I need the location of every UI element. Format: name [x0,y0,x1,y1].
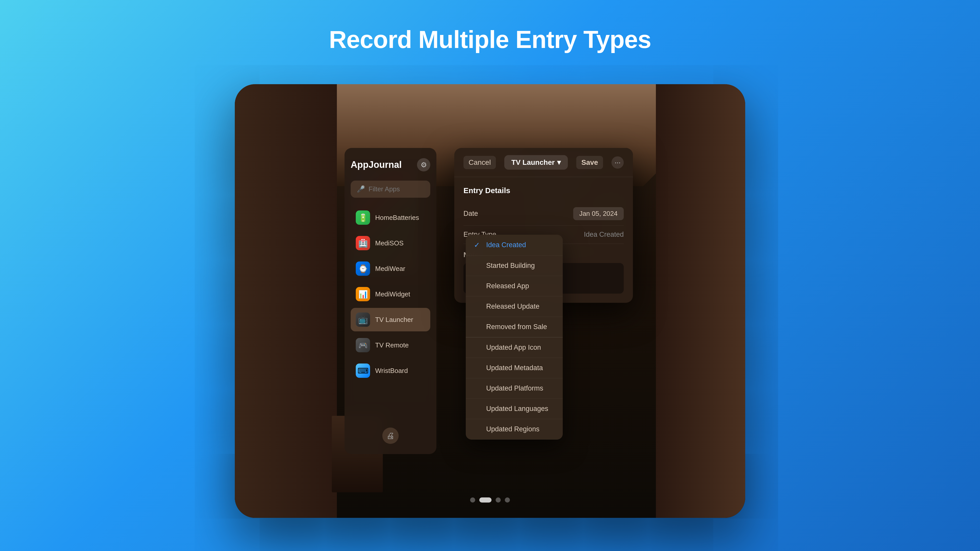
pagination-dot-3 [496,497,501,503]
dropdown-label-released-update: Released Update [486,303,539,310]
entry-type-dropdown: ✓ Idea Created Started Building Released… [466,235,563,440]
dropdown-item-updated-languages[interactable]: Updated Languages [466,399,563,419]
pagination-dot-1 [470,497,475,503]
sidebar-item-medisos[interactable]: 🏥 MediSOS [351,231,430,255]
app-icon-mediwear: ⌚ [356,262,370,276]
dropdown-item-removed-from-sale[interactable]: Removed from Sale [466,317,563,337]
pagination-dots [470,497,510,503]
pagination-dot-2 [479,497,492,503]
page-title: Record Multiple Entry Types [329,25,651,54]
gear-icon[interactable]: ⚙ [417,158,430,171]
checkmark-icon: ✓ [474,241,482,249]
dropdown-item-released-app[interactable]: Released App [466,276,563,297]
more-options-button[interactable]: ··· [611,156,624,168]
chevron-down-icon: ▾ [557,158,561,167]
dropdown-item-updated-regions[interactable]: Updated Regions [466,419,563,440]
save-button[interactable]: Save [576,156,603,169]
app-selector-button[interactable]: TV Launcher ▾ [504,155,568,170]
app-name-medisos: MediSOS [375,239,404,247]
app-selector-label: TV Launcher [511,159,555,167]
app-icon-tvremote: 🎮 [356,338,370,352]
sidebar-item-tvlauncher[interactable]: 📺 TV Launcher [351,308,430,331]
cancel-button[interactable]: Cancel [463,156,496,169]
search-bar[interactable]: 🎤 [351,181,430,198]
app-icon-tvlauncher: 📺 [356,313,370,327]
dropdown-label-idea-created: Idea Created [486,241,526,249]
microphone-icon: 🎤 [357,185,365,193]
dropdown-item-started-building[interactable]: Started Building [466,256,563,276]
app-name-wristboard: WristBoard [375,367,408,375]
dropdown-item-updated-app-icon[interactable]: Updated App Icon [466,337,563,358]
sidebar-bottom: 🖨 [382,427,399,444]
app-name-homebatteries: HomeBatteries [375,214,419,222]
app-name-mediwear: MediWear [375,265,405,273]
sidebar: AppJournal ⚙ 🎤 🔋 HomeBatteries 🏥 MediSOS… [345,148,436,454]
ellipsis-icon: ··· [614,159,620,167]
dropdown-label-updated-regions: Updated Regions [486,425,539,433]
app-name-mediwidget: MediWidget [375,290,410,298]
entry-type-value: Idea Created [584,230,624,238]
dropdown-label-updated-metadata: Updated Metadata [486,364,543,372]
sidebar-item-mediwear[interactable]: ⌚ MediWear [351,257,430,280]
date-label: Date [463,210,478,218]
dropdown-label-updated-languages: Updated Languages [486,405,548,413]
date-picker-button[interactable]: Jan 05, 2024 [573,207,624,220]
print-icon[interactable]: 🖨 [382,427,399,444]
app-icon-wristboard: ⌨ [356,364,370,378]
sidebar-title: AppJournal [351,159,402,170]
sidebar-item-homebatteries[interactable]: 🔋 HomeBatteries [351,206,430,229]
search-input[interactable] [369,185,424,193]
sidebar-header: AppJournal ⚙ [351,158,430,171]
dropdown-label-released-app: Released App [486,282,529,290]
dropdown-item-updated-platforms[interactable]: Updated Platforms [466,378,563,399]
dropdown-item-released-update[interactable]: Released Update [466,297,563,317]
app-icon-homebatteries: 🔋 [356,210,370,225]
dropdown-label-started-building: Started Building [486,262,535,270]
dropdown-item-idea-created[interactable]: ✓ Idea Created [466,235,563,256]
app-name-tvlauncher: TV Launcher [375,316,413,324]
room-left-wall [235,84,337,518]
pagination-dot-4 [505,497,510,503]
sidebar-item-mediwidget[interactable]: 📊 MediWidget [351,283,430,306]
sidebar-item-wristboard[interactable]: ⌨ WristBoard [351,359,430,383]
date-field: Date Jan 05, 2024 [463,202,624,225]
dropdown-label-updated-platforms: Updated Platforms [486,384,543,392]
dropdown-item-updated-metadata[interactable]: Updated Metadata [466,358,563,378]
entry-details-title: Entry Details [463,186,624,195]
app-list: 🔋 HomeBatteries 🏥 MediSOS ⌚ MediWear 📊 M… [351,206,430,383]
app-name-tvremote: TV Remote [375,341,409,349]
app-icon-medisos: 🏥 [356,236,370,250]
dropdown-label-updated-app-icon: Updated App Icon [486,344,541,351]
device-frame: AppJournal ⚙ 🎤 🔋 HomeBatteries 🏥 MediSOS… [235,84,745,518]
sidebar-item-tvremote[interactable]: 🎮 TV Remote [351,333,430,357]
room-right-wall [656,84,745,518]
modal-toolbar: Cancel TV Launcher ▾ Save ··· [454,148,633,177]
dropdown-label-removed-from-sale: Removed from Sale [486,323,547,331]
app-icon-mediwidget: 📊 [356,287,370,301]
